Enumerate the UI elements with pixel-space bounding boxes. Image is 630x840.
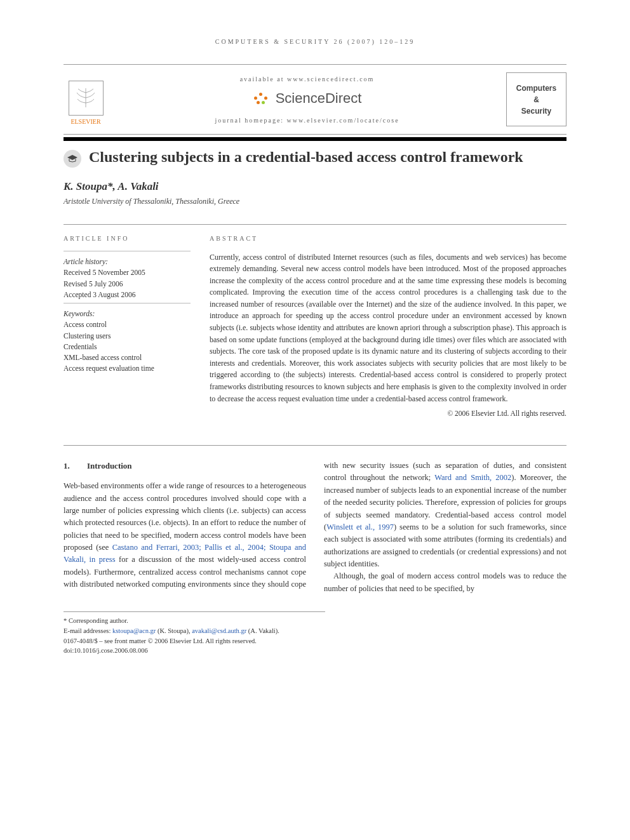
- keyword: Clustering users: [64, 331, 191, 342]
- abstract-text: Currently, access control of distributed…: [210, 251, 566, 405]
- authors: K. Stoupa*, A. Vakali: [64, 180, 566, 193]
- divider: [64, 251, 191, 251]
- journal-header: ELSEVIER available at www.sciencedirect.…: [64, 64, 566, 135]
- citation-link[interactable]: Ward and Smith, 2002: [434, 473, 511, 482]
- abstract: ABSTRACT Currently, access control of di…: [210, 234, 566, 420]
- article-info: ARTICLE INFO Article history: Received 5…: [64, 234, 191, 420]
- divider: [64, 303, 191, 303]
- keyword: Access request evaluation time: [64, 363, 191, 374]
- journal-cover-line: Computers: [516, 83, 556, 94]
- section-number: 1.: [64, 461, 70, 470]
- sciencedirect-dots-icon: [253, 91, 271, 105]
- email-link[interactable]: avakali@csd.auth.gr: [192, 627, 246, 634]
- section-title: Introduction: [87, 461, 132, 470]
- running-head: COMPUTERS & SECURITY 26 (2007) 120–129: [64, 38, 566, 45]
- article-info-head: ARTICLE INFO: [64, 234, 191, 243]
- copyright: © 2006 Elsevier Ltd. All rights reserved…: [210, 408, 566, 420]
- affiliation: Aristotle University of Thessaloniki, Th…: [64, 197, 566, 206]
- history-accepted: Accepted 3 August 2006: [64, 290, 191, 300]
- history-label: Article history:: [64, 257, 191, 267]
- journal-cover-line: &: [533, 94, 539, 105]
- keyword: Credentials: [64, 342, 191, 352]
- keywords-label: Keywords:: [64, 309, 191, 319]
- journal-cover: Computers & Security: [506, 72, 566, 126]
- graduation-cap-icon: [64, 150, 81, 168]
- elsevier-label: ELSEVIER: [70, 118, 100, 125]
- history-revised: Revised 5 July 2006: [64, 279, 191, 290]
- history-received: Received 5 November 2005: [64, 267, 191, 278]
- email-link[interactable]: kstoupa@acn.gr: [112, 627, 156, 634]
- elsevier-logo: ELSEVIER: [64, 74, 108, 125]
- sciencedirect-logo: ScienceDirect: [253, 90, 362, 107]
- available-at: available at www.sciencedirect.com: [108, 76, 506, 83]
- section-heading: 1. Introduction: [64, 460, 306, 472]
- journal-cover-line: Security: [521, 105, 551, 117]
- keyword: Access control: [64, 319, 191, 330]
- abstract-head: ABSTRACT: [210, 234, 566, 244]
- body-paragraph: Although, the goal of modern access cont…: [324, 570, 566, 595]
- journal-homepage: journal homepage: www.elsevier.com/locat…: [108, 117, 506, 124]
- citation-link[interactable]: Winslett et al., 1997: [326, 523, 394, 531]
- body-text: 1. Introduction Web-based environments o…: [64, 460, 566, 595]
- front-matter: 0167-4048/$ – see front matter © 2006 El…: [64, 636, 325, 646]
- doi: doi:10.1016/j.cose.2006.08.006: [64, 646, 325, 656]
- divider: [64, 445, 566, 446]
- sciencedirect-label: ScienceDirect: [276, 90, 362, 107]
- footnotes: * Corresponding author. E-mail addresses…: [64, 611, 325, 656]
- email-line: E-mail addresses: kstoupa@acn.gr (K. Sto…: [64, 626, 325, 636]
- corresponding-author: * Corresponding author.: [64, 616, 325, 626]
- keyword: XML-based access control: [64, 352, 191, 363]
- article-title: Clustering subjects in a credential-base…: [89, 147, 523, 167]
- elsevier-tree-icon: [69, 81, 104, 116]
